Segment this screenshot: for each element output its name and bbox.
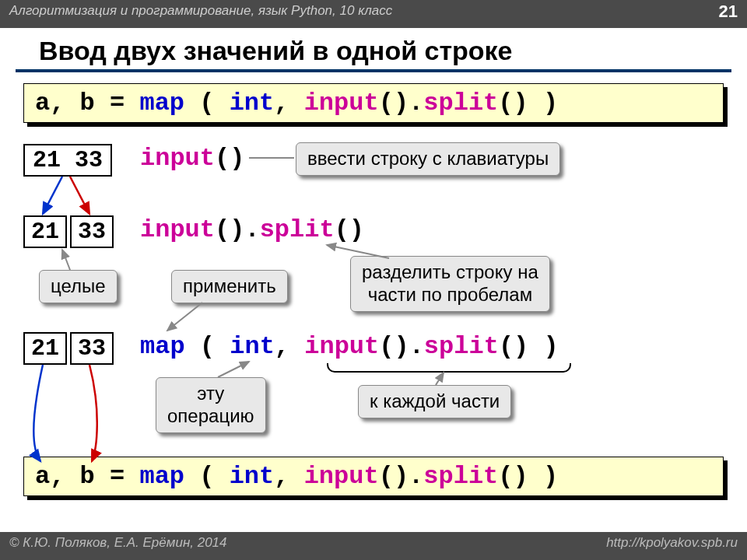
callout-split: разделить строку на части по пробелам xyxy=(350,256,550,312)
callout-input: ввести строку с клавиатуры xyxy=(296,142,560,176)
result-box-b: 33 xyxy=(70,332,114,365)
course-title: Алгоритмизация и программирование, язык … xyxy=(9,3,392,18)
label-apply: применить xyxy=(171,270,288,303)
result-box-a: 21 xyxy=(23,332,67,365)
label-whole: целые xyxy=(39,270,117,303)
page-number: 21 xyxy=(719,2,738,22)
split-box-a: 21 xyxy=(23,215,67,248)
row3-code: map ( int, input().split() ) xyxy=(140,332,559,361)
label-each-part: к каждой части xyxy=(358,385,511,418)
input-string-box: 21 33 xyxy=(23,144,112,177)
code-summary-bottom: a, b = map ( int, input().split() ) xyxy=(23,457,724,496)
copyright: © К.Ю. Поляков, Е.А. Ерёмин, 2014 xyxy=(9,535,227,550)
code-summary-top: a, b = map ( int, input().split() ) xyxy=(23,83,724,123)
brace-each-part xyxy=(327,363,571,373)
site-url: http://kpolyakov.spb.ru xyxy=(606,535,738,551)
row2-code: input().split() xyxy=(140,215,364,244)
row1-code: input() xyxy=(140,144,244,173)
slide-title: Ввод двух значений в одной строке xyxy=(16,28,731,72)
split-box-b: 33 xyxy=(70,215,114,248)
label-this-op: эту операцию xyxy=(156,377,266,433)
